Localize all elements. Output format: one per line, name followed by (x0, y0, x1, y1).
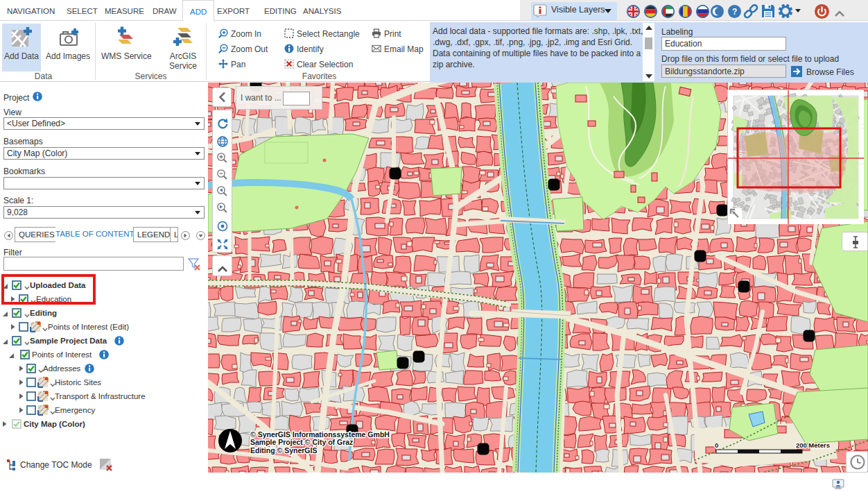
svg-text:© SynerGIS Informationssysteme: © SynerGIS Informationssysteme GmbH (250, 430, 390, 439)
svg-text:Sample Project © City of Graz: Sample Project © City of Graz (250, 438, 353, 446)
svg-text:?: ? (732, 7, 737, 17)
svg-text:0: 0 (715, 441, 718, 449)
svg-text:200 Meters: 200 Meters (796, 441, 830, 449)
svg-text:Editing © SynerGIS: Editing © SynerGIS (250, 446, 317, 455)
